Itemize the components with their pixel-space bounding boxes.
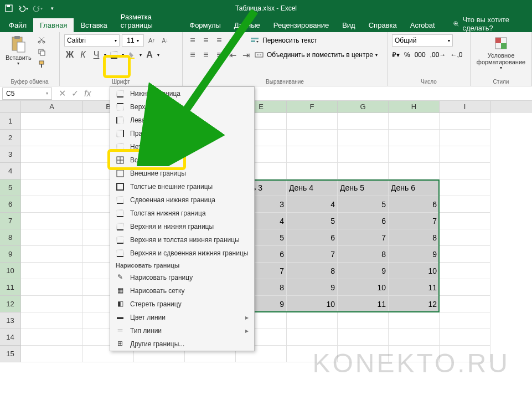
- tab-formulas[interactable]: Формулы: [183, 18, 228, 32]
- tab-layout[interactable]: Разметка страницы: [114, 10, 183, 32]
- cell-A7[interactable]: [21, 213, 83, 229]
- cell-G14[interactable]: [338, 329, 389, 346]
- dd-draw-item-4[interactable]: ═Тип линии▸: [110, 324, 254, 337]
- name-box[interactable]: C5▾: [2, 88, 52, 100]
- cell-G4[interactable]: [338, 163, 389, 179]
- cut-button[interactable]: [36, 34, 47, 45]
- row-header-13[interactable]: 13: [0, 312, 21, 329]
- cell-F6[interactable]: 4: [287, 196, 338, 213]
- row-header-3[interactable]: 3: [0, 146, 21, 163]
- align-right-icon[interactable]: ≡: [214, 49, 225, 60]
- tab-help[interactable]: Справка: [362, 18, 404, 32]
- cell-I1[interactable]: [440, 113, 490, 130]
- dd-draw-item-2[interactable]: ◧Стереть границу: [110, 297, 254, 311]
- cell-G7[interactable]: 6: [338, 213, 389, 229]
- cell-G2[interactable]: [338, 130, 389, 146]
- borders-button[interactable]: [109, 49, 120, 60]
- cell-I10[interactable]: [440, 263, 490, 279]
- cell-H1[interactable]: [389, 113, 440, 130]
- cell-H3[interactable]: [389, 146, 440, 163]
- decrease-font-icon[interactable]: A↓: [159, 35, 171, 46]
- align-bottom-icon[interactable]: ≡: [214, 35, 225, 46]
- merge-label[interactable]: Объединить и поместить в центре: [267, 51, 373, 59]
- cell-A13[interactable]: [21, 312, 83, 329]
- cell-G8[interactable]: 7: [338, 229, 389, 246]
- cell-F9[interactable]: 7: [287, 246, 338, 263]
- tab-review[interactable]: Рецензирование: [267, 18, 335, 32]
- dd-draw-item-1[interactable]: ▦Нарисовать сетку: [110, 284, 254, 297]
- row-header-12[interactable]: 12: [0, 296, 21, 312]
- fill-color-button[interactable]: [126, 49, 137, 60]
- cell-A14[interactable]: [21, 329, 83, 346]
- row-header-2[interactable]: 2: [0, 130, 21, 146]
- cell-F7[interactable]: 5: [287, 213, 338, 229]
- cell-H4[interactable]: [389, 163, 440, 179]
- cell-F2[interactable]: [287, 130, 338, 146]
- decrease-indent-icon[interactable]: ⇤: [227, 49, 238, 60]
- cell-F1[interactable]: [287, 113, 338, 130]
- cell-A1[interactable]: [21, 113, 83, 130]
- cell-I7[interactable]: [440, 213, 490, 229]
- tab-acrobat[interactable]: Acrobat: [404, 18, 442, 32]
- wrap-text-icon[interactable]: [249, 35, 260, 46]
- align-left-icon[interactable]: ≡: [187, 49, 198, 60]
- cell-H13[interactable]: [389, 312, 440, 329]
- percent-icon[interactable]: %: [404, 51, 410, 59]
- format-painter-button[interactable]: [36, 59, 47, 70]
- tab-home[interactable]: Главная: [33, 18, 74, 32]
- cell-G13[interactable]: [338, 312, 389, 329]
- cell-F10[interactable]: 8: [287, 263, 338, 279]
- cell-H9[interactable]: 9: [389, 246, 440, 263]
- dd-border-item-4[interactable]: Нет границ: [110, 140, 254, 153]
- cell-G10[interactable]: 9: [338, 263, 389, 279]
- cell-I14[interactable]: [440, 329, 490, 346]
- cell-H2[interactable]: [389, 130, 440, 146]
- dd-border-item-8[interactable]: Сдвоенная нижняя граница: [110, 193, 254, 207]
- dd-border-item-10[interactable]: Верхняя и нижняя границы: [110, 220, 254, 233]
- dd-border-item-1[interactable]: Верхняя граница: [110, 100, 254, 114]
- row-header-6[interactable]: 6: [0, 196, 21, 213]
- cell-I12[interactable]: [440, 296, 490, 312]
- cell-A6[interactable]: [21, 196, 83, 213]
- decrease-decimal-icon[interactable]: ←,0: [450, 51, 462, 59]
- cell-A15[interactable]: [21, 346, 83, 362]
- increase-decimal-icon[interactable]: ,00→: [430, 51, 446, 59]
- redo-button[interactable]: ▾: [31, 2, 44, 15]
- cell-A2[interactable]: [21, 130, 83, 146]
- row-header-1[interactable]: 1: [0, 113, 21, 130]
- cell-A4[interactable]: [21, 163, 83, 179]
- cell-H7[interactable]: 7: [389, 213, 440, 229]
- underline-button[interactable]: Ч: [91, 49, 102, 60]
- italic-button[interactable]: К: [78, 49, 89, 60]
- font-name-combo[interactable]: Calibri▾: [64, 34, 120, 47]
- row-header-8[interactable]: 8: [0, 229, 21, 246]
- row-header-9[interactable]: 9: [0, 246, 21, 263]
- col-header-F[interactable]: F: [287, 101, 338, 113]
- cell-H5[interactable]: День 6: [389, 179, 440, 196]
- align-center-icon[interactable]: ≡: [200, 49, 211, 60]
- cell-G1[interactable]: [338, 113, 389, 130]
- tab-data[interactable]: Данные: [228, 18, 267, 32]
- currency-icon[interactable]: ₽▾: [392, 51, 400, 59]
- align-top-icon[interactable]: ≡: [187, 35, 198, 46]
- col-header-A[interactable]: A: [21, 101, 83, 113]
- tab-file[interactable]: Файл: [2, 18, 33, 32]
- cell-A12[interactable]: [21, 296, 83, 312]
- cell-I4[interactable]: [440, 163, 490, 179]
- save-button[interactable]: [2, 2, 16, 15]
- qat-customize[interactable]: ▾: [45, 2, 59, 15]
- cell-H12[interactable]: 12: [389, 296, 440, 312]
- increase-indent-icon[interactable]: ⇥: [240, 49, 251, 60]
- cell-I13[interactable]: [440, 312, 490, 329]
- dd-border-item-2[interactable]: Левая граница: [110, 114, 254, 127]
- enter-icon[interactable]: ✓: [71, 88, 79, 99]
- row-header-14[interactable]: 14: [0, 329, 21, 346]
- cell-I5[interactable]: [440, 179, 490, 196]
- row-header-5[interactable]: 5: [0, 179, 21, 196]
- dd-draw-item-3[interactable]: ▬Цвет линии▸: [110, 311, 254, 324]
- cell-G3[interactable]: [338, 146, 389, 163]
- cell-G9[interactable]: 8: [338, 246, 389, 263]
- cell-F13[interactable]: [287, 312, 338, 329]
- cell-A5[interactable]: [21, 179, 83, 196]
- fx-icon[interactable]: fx: [84, 89, 91, 99]
